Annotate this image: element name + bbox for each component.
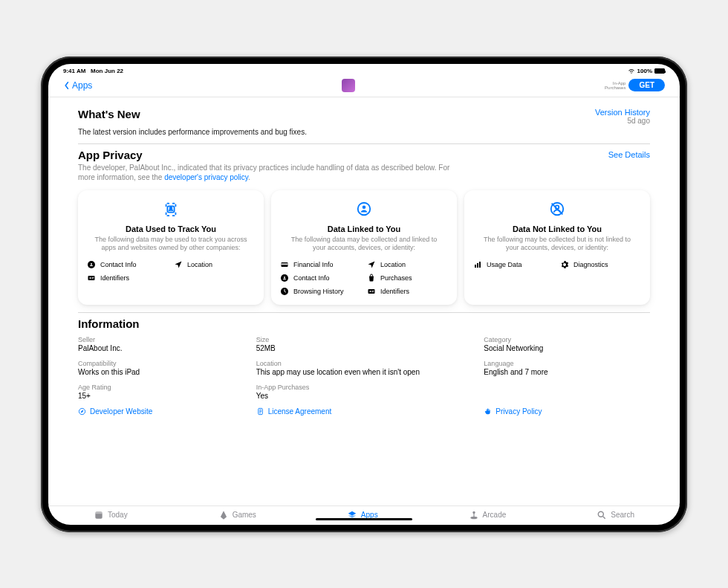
status-left: 9:41 AM Mon Jun 22	[63, 68, 123, 74]
data-type-item: Identifiers	[367, 287, 448, 296]
tab-games[interactable]: Games	[218, 510, 256, 520]
app-privacy-description: The developer, PalAbout Inc., indicated …	[78, 163, 464, 183]
data-type-label: Identifiers	[380, 288, 409, 295]
info-label: Age Rating	[78, 384, 244, 391]
back-label: Apps	[72, 80, 92, 91]
svg-point-3	[91, 263, 92, 265]
svg-rect-33	[473, 514, 474, 517]
tab-arcade[interactable]: Arcade	[469, 510, 507, 520]
information-section: Information SellerPalAbout Inc.Size52MBC…	[78, 312, 650, 423]
app-icon	[342, 79, 355, 92]
release-age: 5d ago	[595, 117, 650, 125]
data-type-item: Diagnostics	[560, 260, 641, 269]
usage-icon	[473, 260, 482, 269]
info-value: 52MB	[256, 344, 472, 352]
safari-icon	[78, 407, 86, 416]
svg-line-35	[603, 516, 605, 518]
svg-rect-24	[479, 262, 481, 268]
svg-rect-18	[372, 291, 374, 292]
svg-rect-6	[92, 277, 94, 278]
whats-new-title: What's New	[78, 108, 140, 120]
svg-point-9	[363, 205, 366, 209]
data-type-item: Identifiers	[87, 274, 168, 282]
id-icon	[367, 287, 376, 296]
status-date: Mon Jun 22	[91, 68, 123, 74]
privacy-card-not-linked[interactable]: Data Not Linked to You The following may…	[464, 190, 650, 305]
card-title: Data Linked to You	[280, 224, 448, 233]
privacy-card-linked[interactable]: Data Linked to You The following data ma…	[271, 190, 457, 305]
app-icon-small[interactable]	[342, 79, 355, 92]
data-type-label: Contact Info	[293, 274, 330, 282]
svg-rect-31	[95, 511, 102, 514]
games-icon	[218, 510, 229, 520]
license-agreement-link[interactable]: License Agreement	[256, 407, 472, 416]
info-cell: Age Rating15+	[78, 384, 244, 400]
data-type-item: Browsing History	[280, 287, 361, 296]
contact-icon	[87, 260, 96, 269]
privacy-card-track[interactable]: Data Used to Track You The following dat…	[78, 190, 264, 305]
info-value: PalAbout Inc.	[78, 344, 244, 352]
info-cell: SellerPalAbout Inc.	[78, 336, 244, 352]
info-value: This app may use location even when it i…	[256, 368, 472, 376]
svg-rect-17	[372, 291, 374, 291]
not-linked-icon	[473, 201, 641, 220]
info-cell: CompatibilityWorks on this iPad	[78, 360, 244, 376]
data-type-item: Contact Info	[87, 260, 168, 269]
information-title: Information	[78, 317, 650, 330]
version-history-link[interactable]: Version History	[595, 108, 650, 117]
data-type-label: Location	[187, 261, 212, 268]
release-notes: The latest version includes performance …	[78, 128, 650, 136]
info-label: Compatibility	[78, 360, 244, 367]
in-app-purchase-label: In-AppPurchases	[605, 81, 625, 90]
data-type-label: Location	[380, 261, 406, 268]
diag-icon	[560, 260, 569, 269]
info-label: Category	[484, 336, 650, 343]
card-subtitle: The following data may be collected and …	[280, 236, 448, 253]
svg-point-5	[90, 277, 91, 279]
svg-point-16	[370, 291, 371, 292]
info-label: Seller	[78, 336, 244, 343]
info-value: Social Networking	[484, 344, 650, 352]
home-indicator[interactable]	[316, 518, 412, 520]
privacy-policy-inline-link[interactable]: developer's privacy policy	[164, 173, 248, 181]
history-icon	[280, 287, 289, 296]
info-label: In-App Purchases	[256, 384, 472, 391]
data-type-item: Usage Data	[473, 260, 554, 269]
data-type-item: Location	[367, 260, 448, 269]
developer-website-link[interactable]: Developer Website	[78, 407, 244, 416]
arcade-icon	[469, 510, 479, 520]
svg-rect-23	[477, 263, 478, 268]
data-type-label: Financial Info	[293, 261, 334, 268]
info-cell: LanguageEnglish and 7 more	[484, 360, 650, 376]
tab-bar: Today Games Apps Arcade Search	[48, 505, 680, 525]
contact-icon	[280, 274, 289, 282]
data-type-label: Identifiers	[100, 274, 129, 282]
data-type-item: Location	[174, 260, 255, 269]
chevron-left-icon	[63, 81, 71, 90]
info-value: English and 7 more	[484, 368, 650, 376]
status-right: 100%	[628, 67, 665, 76]
track-you-icon	[87, 201, 255, 220]
hand-icon	[484, 407, 492, 416]
data-type-label: Diagnostics	[573, 261, 608, 268]
get-button[interactable]: GET	[628, 79, 665, 91]
info-value: Yes	[256, 392, 472, 400]
content-scroll[interactable]: What's New Version History 5d ago The la…	[48, 97, 680, 505]
card-title: Data Used to Track You	[87, 224, 255, 233]
info-cell: Size52MB	[256, 336, 472, 352]
nav-bar: Apps In-AppPurchases GET	[48, 77, 680, 97]
info-cell	[484, 384, 650, 400]
screen: 9:41 AM Mon Jun 22 100% Apps I	[48, 64, 680, 525]
svg-rect-11	[282, 263, 288, 265]
ipad-device-frame: 9:41 AM Mon Jun 22 100% Apps I	[41, 56, 687, 532]
battery-percent: 100%	[637, 68, 652, 74]
back-button[interactable]: Apps	[63, 80, 92, 91]
data-type-item: Purchases	[367, 274, 448, 282]
privacy-policy-link[interactable]: Privacy Policy	[484, 407, 650, 416]
svg-rect-7	[92, 278, 94, 279]
data-type-label: Purchases	[380, 274, 412, 282]
info-cell: LocationThis app may use location even w…	[256, 360, 472, 376]
see-details-link[interactable]: See Details	[608, 150, 650, 159]
tab-search[interactable]: Search	[597, 510, 634, 520]
tab-today[interactable]: Today	[94, 510, 128, 520]
